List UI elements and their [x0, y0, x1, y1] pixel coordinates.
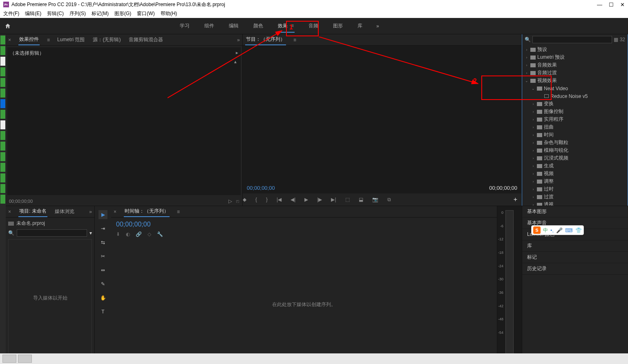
- menu-file[interactable]: 文件(F): [3, 10, 19, 17]
- export-frame-icon[interactable]: 📷: [372, 197, 378, 202]
- collapsed-panel-header[interactable]: 历史记录: [522, 263, 628, 275]
- workspace-tab-6[interactable]: 图形: [332, 21, 344, 31]
- twisty-icon[interactable]: ›: [531, 187, 535, 191]
- collapse-up-icon[interactable]: ▴: [234, 59, 237, 64]
- workspace-tab-5[interactable]: 音频: [308, 21, 319, 31]
- minimize-button[interactable]: —: [597, 2, 602, 8]
- project-search-menu-icon[interactable]: ▾: [89, 230, 92, 236]
- twisty-icon[interactable]: ⌄: [531, 87, 535, 91]
- close-tab-icon[interactable]: ×: [8, 209, 11, 215]
- fx-tree-row[interactable]: ›音频效果: [524, 61, 626, 69]
- fx-tree-row[interactable]: ›沉浸式视频: [524, 154, 626, 162]
- tab-menu-icon[interactable]: ≡: [47, 37, 50, 43]
- fx-tree-row[interactable]: ›生成: [524, 162, 626, 170]
- fx-tree-row[interactable]: ›杂色与颗粒: [524, 139, 626, 146]
- toggle-icon-2[interactable]: ⏍: [236, 198, 239, 204]
- menu-clip[interactable]: 剪辑(C): [47, 10, 64, 17]
- track-select-tool-icon[interactable]: ⇥: [98, 224, 107, 233]
- twisty-icon[interactable]: ›: [531, 141, 535, 145]
- fx-badge-accel-icon[interactable]: ▦: [614, 37, 618, 42]
- twisty-icon[interactable]: ›: [531, 118, 535, 122]
- timeline-timecode[interactable]: 00;00;00;00: [116, 221, 492, 228]
- fx-tree-row[interactable]: ›音频过渡: [524, 69, 626, 77]
- tabs-overflow-icon[interactable]: »: [237, 37, 240, 43]
- selection-tool-icon[interactable]: ▶: [98, 210, 107, 219]
- workspace-tab-0[interactable]: 学习: [179, 21, 190, 31]
- effects-search-input[interactable]: [532, 36, 612, 43]
- step-back-icon[interactable]: ◀|: [291, 197, 295, 202]
- tab-program[interactable]: 节目：（无序列）: [245, 34, 286, 45]
- fx-tree-row[interactable]: ›变换: [524, 100, 626, 108]
- maximize-button[interactable]: ☐: [609, 2, 614, 8]
- slip-tool-icon[interactable]: ⇔: [98, 266, 107, 275]
- out-point-icon[interactable]: }: [266, 197, 268, 202]
- tabs-overflow-icon[interactable]: »: [89, 209, 92, 215]
- compare-icon[interactable]: ⧉: [387, 197, 391, 202]
- menu-edit[interactable]: 编辑(E): [25, 10, 41, 17]
- fx-tree-row[interactable]: ›预设: [524, 46, 626, 53]
- fx-tree-row[interactable]: ›过渡: [524, 193, 626, 201]
- twisty-icon[interactable]: ›: [531, 195, 535, 199]
- step-fwd-icon[interactable]: |▶: [317, 197, 322, 202]
- fx-tree-row[interactable]: ›视频: [524, 170, 626, 178]
- program-tc-left[interactable]: 00;00;00;00: [247, 185, 275, 191]
- tab-menu-icon[interactable]: ≡: [293, 37, 296, 43]
- fx-tree-row[interactable]: ›时间: [524, 131, 626, 139]
- fx-tree-row[interactable]: ›Lumetri 预设: [524, 53, 626, 61]
- twisty-icon[interactable]: ›: [531, 125, 535, 129]
- collapsed-panel-header[interactable]: 库: [522, 240, 628, 252]
- go-to-out-icon[interactable]: ▶|: [331, 197, 336, 202]
- home-button[interactable]: [0, 18, 16, 34]
- project-search-input[interactable]: [17, 229, 87, 237]
- workspace-tab-7[interactable]: 库: [357, 21, 363, 31]
- snap-icon[interactable]: ◐: [126, 231, 130, 237]
- ime-punct-icon[interactable]: •,: [550, 227, 554, 233]
- close-button[interactable]: ✕: [620, 2, 625, 8]
- menu-window[interactable]: 窗口(W): [137, 10, 154, 17]
- play-icon[interactable]: ▶: [304, 197, 308, 202]
- ime-toolbar[interactable]: S 中 •, 🎤 ⌨ 👕: [531, 225, 584, 235]
- taskbar-item[interactable]: [2, 355, 16, 363]
- twisty-icon[interactable]: ›: [525, 55, 529, 60]
- go-to-in-icon[interactable]: |◀: [277, 197, 282, 202]
- razor-tool-icon[interactable]: ✂: [98, 252, 107, 261]
- menu-sequence[interactable]: 序列(S): [69, 10, 86, 17]
- close-tab-icon[interactable]: ×: [114, 209, 116, 215]
- tab-project[interactable]: 项目: 未命名: [18, 206, 47, 217]
- ime-keyboard-icon[interactable]: ⌨: [565, 227, 573, 233]
- twisty-icon[interactable]: ›: [531, 110, 535, 114]
- ime-skin-icon[interactable]: 👕: [575, 227, 582, 233]
- collapsed-panel-header[interactable]: 基本图形: [522, 206, 628, 218]
- extract-icon[interactable]: ⬓: [359, 197, 363, 202]
- fx-tree-row[interactable]: ›图像控制: [524, 108, 626, 115]
- settings-icon[interactable]: 🔧: [157, 231, 163, 237]
- hand-tool-icon[interactable]: ✋: [98, 293, 107, 302]
- workspace-tab-1[interactable]: 组件: [203, 21, 215, 31]
- menu-help[interactable]: 帮助(H): [161, 10, 177, 17]
- tab-timeline[interactable]: 时间轴：（无序列）: [124, 206, 170, 217]
- fx-tree-row[interactable]: ›实用程序: [524, 115, 626, 123]
- toggle-icon-1[interactable]: ▷: [228, 198, 232, 204]
- fx-tree-row[interactable]: ⌄Neat Video: [524, 84, 626, 92]
- twisty-icon[interactable]: ›: [525, 63, 529, 67]
- fx-badge-32-icon[interactable]: 32: [620, 37, 625, 42]
- type-tool-icon[interactable]: T: [98, 307, 107, 316]
- twisty-icon[interactable]: ›: [531, 149, 535, 153]
- ime-voice-icon[interactable]: 🎤: [556, 227, 563, 233]
- twisty-icon[interactable]: ›: [531, 180, 535, 184]
- twisty-icon[interactable]: ›: [531, 172, 535, 176]
- fx-tree-row[interactable]: ›调整: [524, 178, 626, 185]
- linked-sel-icon[interactable]: 🔗: [136, 231, 142, 237]
- fx-tree-row[interactable]: ›过时: [524, 185, 626, 193]
- pen-tool-icon[interactable]: ✎: [98, 280, 107, 289]
- tab-effect-controls[interactable]: 效果控件: [18, 34, 40, 45]
- workspace-overflow[interactable]: »: [376, 23, 379, 29]
- fx-tree-row[interactable]: Reduce Noise v5: [524, 92, 626, 100]
- twisty-icon[interactable]: ⌄: [525, 79, 529, 83]
- fx-tree-row[interactable]: ›扭曲: [524, 123, 626, 131]
- twisty-icon[interactable]: ›: [531, 164, 535, 168]
- collapsed-panel-header[interactable]: 标记: [522, 252, 628, 263]
- tab-audio-clip-mixer[interactable]: 音频剪辑混合器: [128, 35, 164, 45]
- menu-graphics[interactable]: 图形(G): [114, 10, 131, 17]
- project-drop-zone[interactable]: 导入媒体以开始: [8, 239, 92, 357]
